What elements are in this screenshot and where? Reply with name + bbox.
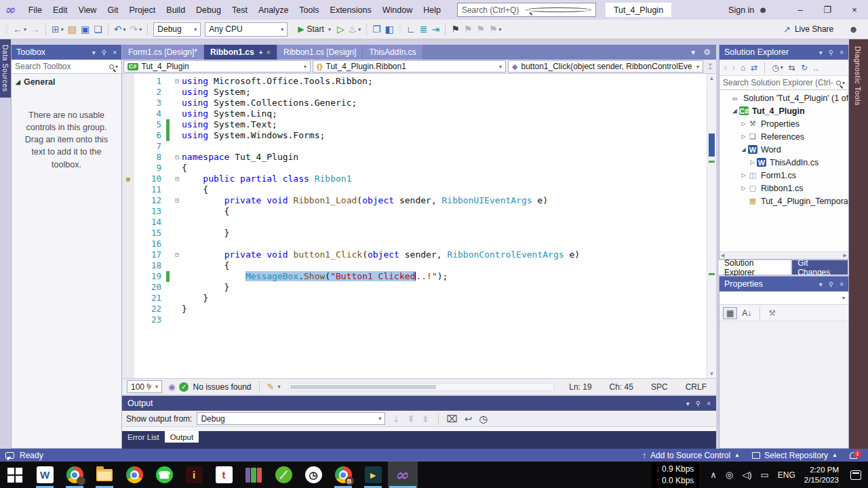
window-menu-icon[interactable]: ▾ [819,49,823,56]
document-tab-ribbon1-cs-design-[interactable]: Ribbon1.cs [Design] [277,45,362,60]
notifications-bell-icon[interactable]: 1 [850,452,857,459]
navigate-backward-code-icon[interactable]: ≣ [418,21,430,37]
taskbar-chrome-profile-b[interactable]: B [328,462,358,488]
code-line[interactable]: 9{ [122,163,707,174]
menu-item-file[interactable]: File [23,2,47,18]
switch-views-icon[interactable]: ⇆ [787,60,797,76]
code-line[interactable]: 12⊟ private void Ribbon1_Load(object sen… [122,195,707,206]
network-tray-icon[interactable]: ▭ [761,470,769,480]
add-to-source-control-button[interactable]: ↑ Add to Source Control ▲ [642,451,740,460]
taskbar-file-explorer[interactable] [90,462,119,488]
close-icon[interactable]: × [840,281,844,288]
undo-icon[interactable]: ↶▾ [112,21,128,37]
select-repository-button[interactable]: Select Repository ▲ [752,451,837,460]
save-all-icon[interactable]: ❏ [92,21,104,37]
clear-bookmarks-icon[interactable]: ⚑▾ [487,21,504,37]
data-sources-tab[interactable]: Data Sources [0,39,11,98]
collapsed-arrow-icon[interactable]: ▷ [748,159,757,165]
sign-in-button[interactable]: Sign in ☻ [728,5,768,15]
taskbar-clock-app[interactable]: ◷ [298,462,328,488]
volume-icon[interactable]: ◁) [742,470,751,480]
categorized-icon[interactable]: ▦ [723,307,737,319]
solution-explorer-header[interactable]: Solution Explorer ▾ ⚲ × [719,45,848,60]
action-center-icon[interactable] [850,470,861,480]
taskbar-green-circle-app[interactable]: ⟋ [269,462,298,488]
code-line[interactable]: 13 { [122,206,707,217]
close-icon[interactable]: × [113,49,117,56]
code-line[interactable]: 14 [122,217,707,228]
code-line[interactable]: 15 } [122,228,707,239]
output-header[interactable]: Output ▾ ⚲ × [122,396,716,411]
nav-forward-icon[interactable]: → [28,21,42,37]
navigate-forward-code-icon[interactable]: ⇥ [430,21,442,37]
pin-icon[interactable]: ⚲ [696,400,701,407]
menu-item-git[interactable]: Git [102,2,123,18]
tab-options-gear-icon[interactable]: ⚙ [703,47,711,57]
tree-item-form1-cs[interactable]: ▷◫Form1.cs [719,169,848,182]
tray-chevron-icon[interactable]: ∧ [710,470,717,480]
menu-item-view[interactable]: View [73,2,102,18]
pending-changes-filter-icon[interactable]: ◷▾ [770,60,785,76]
close-icon[interactable]: × [707,400,711,407]
collapsed-arrow-icon[interactable]: ▷ [739,134,748,140]
code-line[interactable]: 17⊟ private void button1_Click(object se… [122,249,707,260]
feedback-bubble-icon[interactable] [5,452,14,459]
fold-collapse-icon[interactable]: ⊟ [172,152,182,163]
new-project-icon[interactable]: ⊞▾ [50,21,66,37]
menu-item-edit[interactable]: Edit [47,2,73,18]
diagnostic-tools-tab[interactable]: Diagnostic Tools [849,39,867,113]
solution-explorer-shortcut-icon[interactable]: ◧ [383,21,396,37]
code-line[interactable]: 21 } [122,293,707,304]
save-icon[interactable]: ▣ [79,21,92,37]
code-line[interactable]: 5using System.Text; [122,119,707,130]
collapsed-arrow-icon[interactable]: ▷ [739,172,748,178]
window-menu-icon[interactable]: ▾ [92,49,96,56]
collapsed-arrow-icon[interactable]: ▷ [739,185,748,191]
toolbox-header[interactable]: Toolbox ▾ ⚲ × [12,45,121,60]
toggle-bookmark-icon[interactable]: ⚑ [449,21,462,37]
code-line[interactable]: 1⊟using Microsoft.Office.Tools.Ribbon; [122,76,707,87]
menu-item-window[interactable]: Window [377,2,418,18]
timestamp-icon[interactable]: ◷ [477,411,489,427]
prev-message-icon[interactable]: ⇞ [405,411,417,427]
expanded-arrow-icon[interactable]: ◢ [730,108,739,114]
document-tab-ribbon1-cs[interactable]: Ribbon1.cs+× [204,45,277,60]
scroll-up-icon[interactable]: ▲ [707,75,716,81]
menu-item-debug[interactable]: Debug [191,2,226,18]
space-mode-indicator[interactable]: SPC [644,382,675,392]
code-line[interactable]: 8⊟namespace Tut_4_Plugin [122,152,707,163]
start-without-debugging-icon[interactable]: ▷ [335,21,347,37]
solution-configurations-combo[interactable]: Debug▾ [153,22,201,37]
maximize-button[interactable]: ❐ [814,0,841,20]
alphabetical-icon[interactable]: A↓ [739,308,754,319]
tree-item-ribbon1-cs[interactable]: ▷▢Ribbon1.cs [719,182,848,195]
feedback-icon[interactable]: ☻ [848,24,859,35]
nav-forward-icon[interactable]: › [730,60,737,76]
taskbar-whatsapp[interactable]: ☎ [149,462,179,488]
find-in-files-icon[interactable]: ❐ [370,21,383,37]
start-debugging-button[interactable]: ▶Start▾ [294,21,335,37]
code-line[interactable]: 20 } [122,282,707,293]
document-tab-form1-cs-design-[interactable]: Form1.cs [Design]* [122,45,203,60]
tree-item-tut-4-plugin[interactable]: ◢C#Tut_4_Plugin [719,104,848,117]
properties-header[interactable]: Properties ▾ ⚲ × [719,277,848,291]
code-line[interactable]: 16 [122,239,707,249]
tree-item-word[interactable]: ◢WWord [719,143,848,156]
scroll-right-icon[interactable]: ▶ [844,253,847,258]
tree-item-solution-tut-4-plugin-1-of-1-p[interactable]: ∞Solution 'Tut_4_Plugin' (1 of 1 p [719,92,848,104]
toolbox-search-input[interactable]: Search Toolbox ▾ [12,60,121,74]
member-dropdown[interactable]: ◆ button1_Click(object sender, RibbonCon… [508,60,703,73]
toolbar-grip[interactable] [5,24,9,35]
next-bookmark-icon[interactable]: ⚑ [474,21,487,37]
fold-collapse-icon[interactable]: ⊟ [172,76,182,87]
menu-item-extensions[interactable]: Extensions [325,2,377,18]
code-line[interactable]: 7 [122,141,707,152]
properties-object-dropdown[interactable]: ▾ [719,291,848,305]
scroll-down-icon[interactable]: ▼ [707,371,716,377]
code-line[interactable]: 4using System.Linq; [122,108,707,119]
close-icon[interactable]: × [840,49,844,56]
quick-search-input[interactable]: Search (Ctrl+Q) [457,3,596,17]
tab-list-dropdown-icon[interactable]: ▼ [690,49,696,56]
taskbar-start-button[interactable] [0,462,30,488]
pin-icon[interactable]: ⚲ [102,49,106,56]
